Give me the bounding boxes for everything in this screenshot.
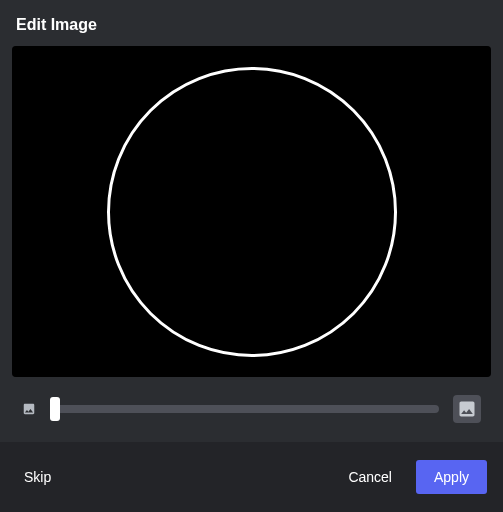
zoom-slider-thumb[interactable] <box>50 397 60 421</box>
skip-button[interactable]: Skip <box>16 465 59 489</box>
image-large-icon <box>453 395 481 423</box>
image-small-icon <box>22 402 36 416</box>
zoom-controls <box>0 377 503 441</box>
crop-overlay <box>12 46 491 377</box>
image-preview-area[interactable] <box>12 46 491 377</box>
dialog-header: Edit Image <box>0 0 503 46</box>
dialog-title: Edit Image <box>16 16 487 34</box>
cancel-button[interactable]: Cancel <box>332 461 408 493</box>
zoom-slider[interactable] <box>50 405 439 413</box>
footer-actions: Cancel Apply <box>332 460 487 494</box>
crop-circle[interactable] <box>107 67 397 357</box>
apply-button[interactable]: Apply <box>416 460 487 494</box>
dialog-footer: Skip Cancel Apply <box>0 442 503 512</box>
